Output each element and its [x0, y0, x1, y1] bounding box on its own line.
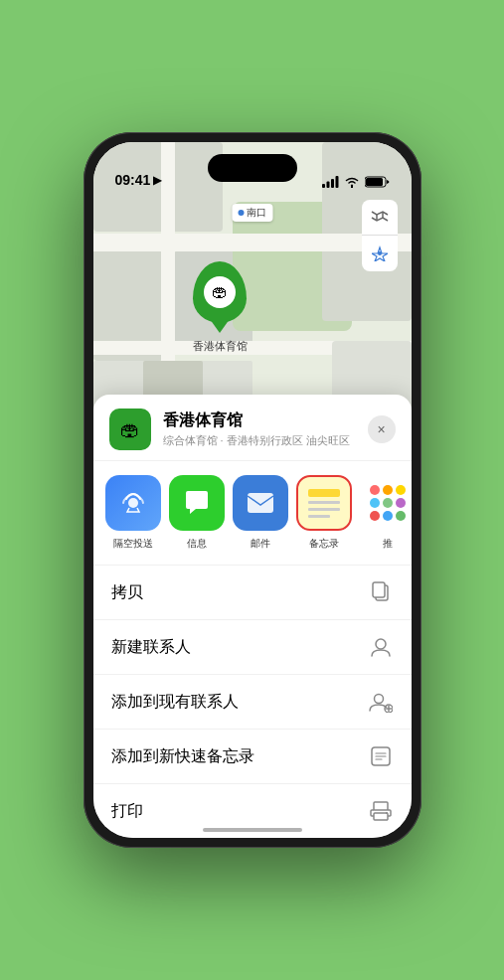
message-label: 信息 — [187, 537, 207, 551]
map-controls[interactable] — [362, 200, 398, 271]
svg-rect-21 — [374, 813, 388, 820]
mail-icon — [233, 475, 288, 531]
svg-rect-10 — [373, 582, 385, 597]
location-button[interactable] — [362, 236, 398, 271]
copy-icon — [368, 579, 394, 605]
quick-note-icon — [368, 743, 394, 769]
svg-rect-1 — [326, 182, 329, 189]
svg-point-22 — [386, 812, 388, 814]
svg-rect-2 — [331, 179, 334, 188]
print-label: 打印 — [111, 801, 143, 822]
svg-rect-20 — [374, 802, 388, 810]
new-contact-icon — [368, 634, 394, 660]
location-icon: ▶ — [153, 174, 161, 187]
svg-point-11 — [376, 639, 386, 649]
share-message[interactable]: 信息 — [169, 475, 225, 551]
wifi-icon — [344, 176, 360, 188]
venue-icon: 🏟 — [109, 408, 151, 450]
svg-point-7 — [128, 498, 138, 508]
dynamic-island — [208, 154, 297, 182]
phone-screen: 09:41 ▶ — [93, 142, 412, 838]
share-airdrop[interactable]: 隔空投送 — [105, 475, 161, 551]
svg-point-6 — [378, 251, 382, 255]
share-more[interactable]: 推 — [360, 475, 412, 551]
north-label-text: 南口 — [247, 206, 266, 220]
airdrop-label: 隔空投送 — [113, 537, 153, 551]
action-new-contact[interactable]: 新建联系人 — [93, 620, 412, 675]
more-icon — [360, 475, 412, 531]
svg-rect-0 — [322, 184, 325, 188]
status-time: 09:41 ▶ — [115, 172, 162, 188]
share-mail[interactable]: 邮件 — [233, 475, 288, 551]
notes-icon — [296, 475, 352, 531]
status-icons — [322, 176, 390, 188]
mail-label: 邮件 — [251, 537, 270, 551]
venue-name: 香港体育馆 — [163, 410, 356, 431]
bottom-sheet: 🏟 香港体育馆 综合体育馆 · 香港特别行政区 油尖旺区 × — [93, 395, 412, 838]
close-button[interactable]: × — [368, 415, 396, 443]
venue-subtitle: 综合体育馆 · 香港特别行政区 油尖旺区 — [163, 433, 356, 448]
home-indicator — [203, 828, 302, 832]
sheet-header: 🏟 香港体育馆 综合体育馆 · 香港特别行政区 油尖旺区 × — [93, 395, 412, 461]
add-contact-label: 添加到现有联系人 — [111, 692, 239, 713]
share-notes[interactable]: 备忘录 — [296, 475, 352, 551]
share-row: 隔空投送 信息 — [93, 461, 412, 566]
notes-label: 备忘录 — [309, 537, 339, 551]
svg-point-12 — [374, 695, 383, 704]
airdrop-icon — [105, 475, 161, 531]
message-icon — [169, 475, 225, 531]
svg-rect-3 — [335, 176, 338, 188]
time-display: 09:41 — [115, 172, 151, 188]
svg-rect-8 — [248, 493, 273, 513]
signal-icon — [322, 176, 339, 188]
action-quick-note[interactable]: 添加到新快速备忘录 — [93, 730, 412, 784]
phone-frame: 09:41 ▶ — [84, 132, 421, 848]
quick-note-label: 添加到新快速备忘录 — [111, 746, 254, 767]
action-add-contact[interactable]: 添加到现有联系人 — [93, 675, 412, 730]
copy-label: 拷贝 — [111, 582, 143, 603]
battery-icon — [365, 176, 390, 188]
add-contact-icon — [368, 689, 394, 715]
more-label: 推 — [383, 537, 393, 551]
map-north-label: 南口 — [232, 204, 272, 222]
new-contact-label: 新建联系人 — [111, 637, 191, 658]
map-type-button[interactable] — [362, 200, 398, 236]
map-pin: 🏟 香港体育馆 — [193, 261, 248, 354]
map-pin-label: 香港体育馆 — [193, 339, 248, 354]
action-list: 拷贝 新建联系人 — [93, 566, 412, 838]
venue-info: 香港体育馆 综合体育馆 · 香港特别行政区 油尖旺区 — [163, 410, 356, 448]
print-icon — [368, 798, 394, 824]
svg-rect-5 — [366, 178, 383, 186]
action-copy[interactable]: 拷贝 — [93, 566, 412, 620]
